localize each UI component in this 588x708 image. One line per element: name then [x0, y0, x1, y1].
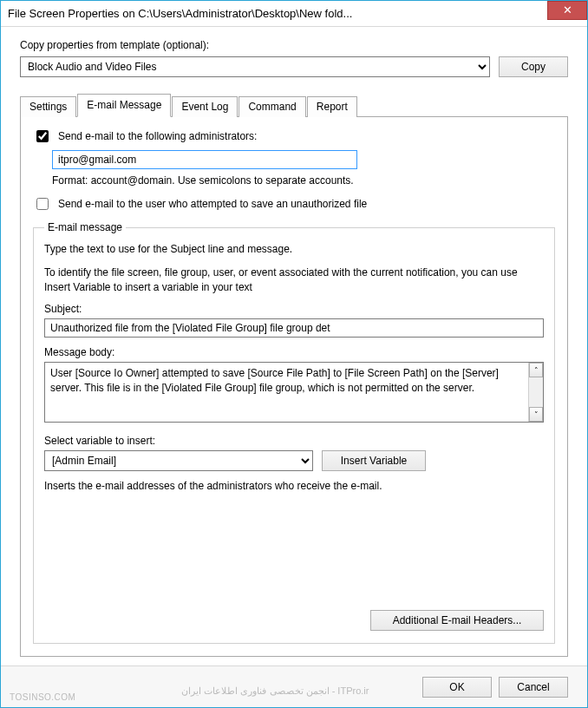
tab-settings[interactable]: Settings [20, 96, 76, 117]
scroll-track[interactable] [529, 377, 543, 407]
close-button[interactable]: ✕ [547, 1, 587, 20]
var-select-label: Select variable to insert: [44, 435, 544, 447]
additional-headers-button[interactable]: Additional E-mail Headers... [370, 610, 544, 631]
send-user-label: Send e-mail to the user who attempted to… [58, 198, 367, 210]
variable-description: Inserts the e-mail addresses of the admi… [44, 480, 544, 492]
chevron-down-icon: ˅ [534, 410, 539, 419]
body-label: Message body: [44, 346, 544, 358]
window-title: File Screen Properties on C:\Users\Admin… [8, 7, 587, 20]
scroll-up-button[interactable]: ˄ [529, 363, 543, 377]
dialog-footer: TOSINSO.COM ITPro.ir - انجمن تخصصی فناور… [1, 665, 587, 707]
send-user-checkbox[interactable] [36, 198, 49, 210]
tab-email-message[interactable]: E-mail Message [77, 94, 171, 117]
email-message-legend: E-mail message [44, 221, 126, 233]
ok-button[interactable]: OK [422, 677, 492, 698]
scrollbar[interactable]: ˄ ˅ [528, 363, 543, 422]
email-message-group: E-mail message Type the text to use for … [33, 221, 555, 644]
instructions-line2: To identify the file screen, file group,… [44, 266, 544, 295]
tab-panel-email: Send e-mail to the following administrat… [20, 116, 568, 657]
scroll-down-button[interactable]: ˅ [529, 407, 543, 422]
close-icon: ✕ [563, 3, 572, 16]
copy-button[interactable]: Copy [499, 56, 568, 77]
cancel-button[interactable]: Cancel [499, 677, 568, 698]
tab-event-log[interactable]: Event Log [172, 96, 238, 117]
message-body-field: ˄ ˅ [44, 362, 544, 423]
chevron-up-icon: ˄ [534, 366, 539, 375]
watermark-left: TOSINSO.COM [10, 692, 75, 702]
instructions-line1: Type the text to use for the Subject lin… [44, 242, 544, 257]
variable-select[interactable]: [Admin Email] [44, 450, 313, 471]
subject-input[interactable] [44, 318, 544, 338]
subject-label: Subject: [44, 303, 544, 315]
tab-command[interactable]: Command [238, 96, 305, 117]
format-hint: Format: account@domain. Use semicolons t… [52, 174, 555, 187]
tab-report[interactable]: Report [307, 96, 357, 117]
template-select[interactable]: Block Audio and Video Files [20, 56, 490, 77]
message-body-textarea[interactable] [45, 363, 528, 422]
template-label: Copy properties from template (optional)… [20, 39, 568, 51]
insert-variable-button[interactable]: Insert Variable [322, 450, 426, 471]
dialog-window: File Screen Properties on C:\Users\Admin… [0, 0, 588, 708]
tab-strip: Settings E-mail Message Event Log Comman… [20, 94, 568, 117]
send-admins-label: Send e-mail to the following administrat… [58, 130, 257, 142]
admins-email-input[interactable] [52, 150, 357, 169]
watermark-center: ITPro.ir - انجمن تخصصی فناوری اطلاعات ای… [181, 685, 369, 697]
send-admins-checkbox[interactable] [36, 130, 49, 142]
dialog-body: Copy properties from template (optional)… [1, 27, 587, 665]
tabs: Settings E-mail Message Event Log Comman… [20, 93, 568, 657]
titlebar: File Screen Properties on C:\Users\Admin… [1, 1, 587, 27]
